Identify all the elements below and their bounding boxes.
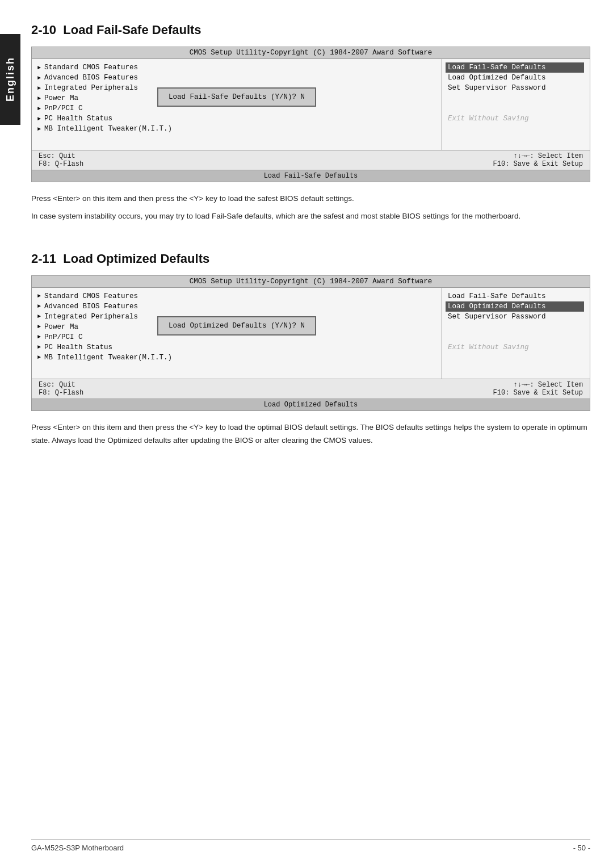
bios-right-item-1-2: Load Optimized Defaults [448,73,584,83]
bios-dialog-2: Load Optimized Defaults (Y/N)? N [157,316,316,336]
bios-screenshot-1: CMOS Setup Utility-Copyright (C) 1984-20… [31,47,590,182]
bios-item-1-6: ►PC Health Status [37,114,436,124]
arrow-icon: ► [37,116,41,122]
section-2-11: 2-11 Load Optimized Defaults CMOS Setup … [31,251,590,447]
bios-right-item-1-5 [448,103,584,114]
bios-right-item-1-3: Set Supervisor Password [448,83,584,93]
arrow-icon: ► [37,85,41,91]
bios-item-2-1: ►Standard CMOS Features [37,291,436,301]
bios-bottom-1: Load Fail-Safe Defaults [32,170,590,182]
side-tab-label: English [5,57,16,102]
bios-right-item-2-6: Exit Without Saving [448,342,584,353]
footer-right: - 50 - [573,844,590,852]
arrow-icon: ► [37,344,41,350]
page-footer: GA-M52S-S3P Motherboard - 50 - [31,840,590,852]
bios-title-1: CMOS Setup Utility-Copyright (C) 1984-20… [32,47,590,59]
side-tab: English [0,34,20,125]
bios-footer-right-2: ↑↓→←: Select Item F10: Save & Exit Setup [493,381,583,397]
bios-item-2-2: ►Advanced BIOS Features [37,301,436,312]
arrow-icon: ► [37,324,41,330]
bios-left-menu-1: ►Standard CMOS Features ►Advanced BIOS F… [32,59,442,150]
bios-screenshot-2: CMOS Setup Utility-Copyright (C) 1984-20… [31,275,590,411]
section-2-10-desc1: Press <Enter> on this item and then pres… [31,192,590,206]
arrow-icon: ► [37,95,41,102]
bios-right-menu-2: Load Fail-Safe Defaults Load Optimized D… [442,288,590,379]
bios-right-item-2-1: Load Fail-Safe Defaults [448,291,584,301]
bios-footer-1: Esc: Quit F8: Q-Flash ↑↓→←: Select Item … [32,150,590,170]
section-2-11-heading: 2-11 Load Optimized Defaults [31,251,590,266]
bios-footer-right-1: ↑↓→←: Select Item F10: Save & Exit Setup [493,152,583,168]
arrow-icon: ► [37,334,41,340]
arrow-icon: ► [37,303,41,309]
bios-right-item-1-4 [448,93,584,103]
section-2-10-desc2: In case system instability occurs, you m… [31,210,590,223]
bios-footer-left-1: Esc: Quit F8: Q-Flash [39,152,83,168]
arrow-icon: ► [37,313,41,320]
bios-right-item-1-6: Exit Without Saving [448,114,584,124]
bios-right-item-2-4 [448,322,584,332]
bios-dialog-1: Load Fail-Safe Defaults (Y/N)? N [157,87,316,107]
section-2-10-heading: 2-10 Load Fail-Safe Defaults [31,23,590,37]
bios-item-2-6: ►PC Health Status [37,342,436,353]
bios-body-2: ►Standard CMOS Features ►Advanced BIOS F… [32,288,590,379]
bios-item-1-7: ►MB Intelligent Tweaker(M.I.T.) [37,124,436,134]
section-2-11-desc1: Press <Enter> on this item and then pres… [31,421,590,447]
bios-title-2: CMOS Setup Utility-Copyright (C) 1984-20… [32,276,590,288]
bios-footer-2: Esc: Quit F8: Q-Flash ↑↓→←: Select Item … [32,379,590,399]
bios-item-1-2: ►Advanced BIOS Features [37,73,436,83]
bios-right-item-2-2: Load Optimized Defaults [446,301,584,312]
bios-right-item-2-3: Set Supervisor Password [448,312,584,322]
arrow-icon: ► [37,354,41,360]
bios-right-item-2-5 [448,332,584,342]
arrow-icon: ► [37,293,41,299]
arrow-icon: ► [37,75,41,81]
bios-right-menu-1: Load Fail-Safe Defaults Load Optimized D… [442,59,590,150]
section-2-10: 2-10 Load Fail-Safe Defaults CMOS Setup … [31,23,590,223]
bios-item-1-1: ►Standard CMOS Features [37,62,436,73]
bios-left-menu-2: ►Standard CMOS Features ►Advanced BIOS F… [32,288,442,379]
arrow-icon: ► [37,106,41,112]
bios-item-2-7: ►MB Intelligent Tweaker(M.I.T.) [37,353,436,363]
arrow-icon: ► [37,65,41,71]
bios-right-item-1-1: Load Fail-Safe Defaults [446,62,584,73]
footer-left: GA-M52S-S3P Motherboard [31,844,124,852]
bios-body-1: ►Standard CMOS Features ►Advanced BIOS F… [32,59,590,150]
bios-bottom-2: Load Optimized Defaults [32,399,590,410]
arrow-icon: ► [37,126,41,132]
bios-footer-left-2: Esc: Quit F8: Q-Flash [39,381,83,397]
